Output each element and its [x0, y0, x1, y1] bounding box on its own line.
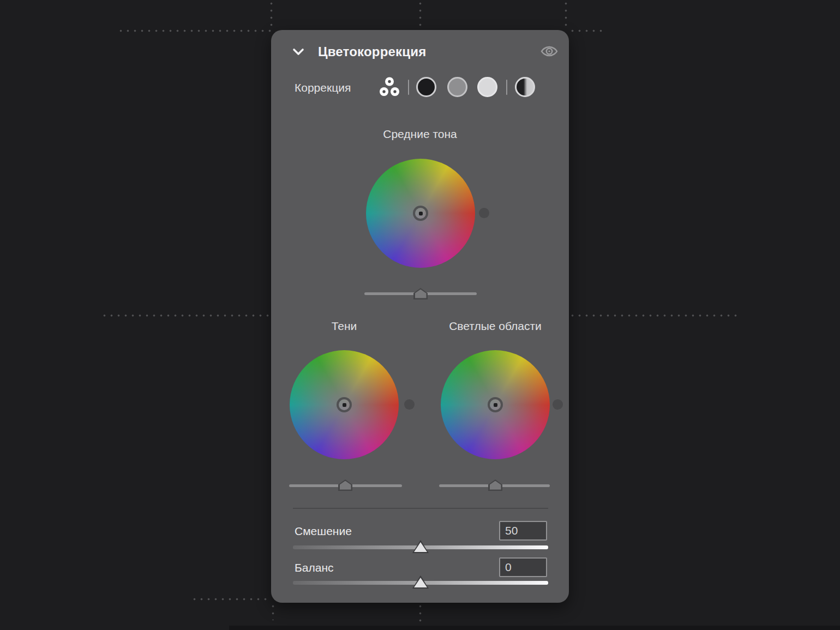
shadows-side-dot[interactable]: [404, 399, 415, 410]
midtones-luma-slider-thumb[interactable]: [413, 288, 428, 299]
section-divider: [293, 508, 548, 509]
three-wheels-icon: [378, 92, 401, 100]
connection-dots-top-left: [270, 0, 273, 31]
connection-dots-upper-right: [569, 29, 603, 32]
midtones-wheel-cursor[interactable]: [413, 206, 428, 221]
shadows-wheel-cursor[interactable]: [337, 397, 352, 412]
collapse-button[interactable]: [291, 45, 306, 59]
highlights-wheel-cursor[interactable]: [488, 397, 503, 412]
split-view-button[interactable]: [515, 77, 535, 97]
balance-label: Баланс: [295, 560, 334, 575]
connection-dots-top-right: [565, 0, 567, 31]
canvas-bottom-edge: [229, 626, 840, 630]
midtones-label: Средние тона: [271, 127, 569, 142]
connection-dots-top-mid: [419, 0, 422, 31]
three-way-mode-button[interactable]: [378, 76, 401, 99]
panel-title: Цветокоррекция: [318, 44, 426, 60]
shadows-range-button[interactable]: [416, 77, 436, 97]
connection-dots-bottom-v2: [419, 603, 422, 625]
midtones-side-dot[interactable]: [479, 208, 489, 218]
highlights-label: Светлые области: [441, 319, 550, 334]
connection-dots-mid-left: [101, 314, 271, 317]
node-editor-canvas: Цветокоррекция Коррекция: [0, 0, 840, 630]
highlights-color-wheel[interactable]: [441, 350, 550, 459]
balance-value-input[interactable]: [499, 557, 547, 577]
connection-dots-bottom-left: [191, 598, 271, 601]
connection-dots-mid-right: [569, 314, 738, 317]
highlights-side-dot[interactable]: [553, 399, 563, 410]
midtones-color-wheel[interactable]: [366, 159, 475, 268]
toolbar-separator: [408, 80, 409, 95]
shadows-color-wheel[interactable]: [290, 350, 399, 459]
shadows-luma-slider-thumb[interactable]: [338, 479, 352, 491]
visibility-button[interactable]: [539, 44, 559, 59]
shadows-label: Тени: [290, 319, 399, 334]
connection-dots-upper-left: [117, 29, 271, 32]
correction-label: Коррекция: [295, 80, 351, 95]
blending-label: Смешение: [295, 524, 352, 539]
chevron-down-icon: [291, 51, 305, 59]
highlights-range-button[interactable]: [477, 77, 497, 97]
midtones-range-button[interactable]: [447, 77, 467, 97]
toolbar-separator: [506, 80, 507, 95]
connection-dots-bottom-v1: [272, 603, 274, 620]
eye-icon: [540, 52, 559, 60]
color-correction-panel: Цветокоррекция Коррекция: [271, 30, 569, 603]
blending-value-input[interactable]: [499, 521, 547, 541]
highlights-luma-slider-thumb[interactable]: [488, 479, 502, 491]
